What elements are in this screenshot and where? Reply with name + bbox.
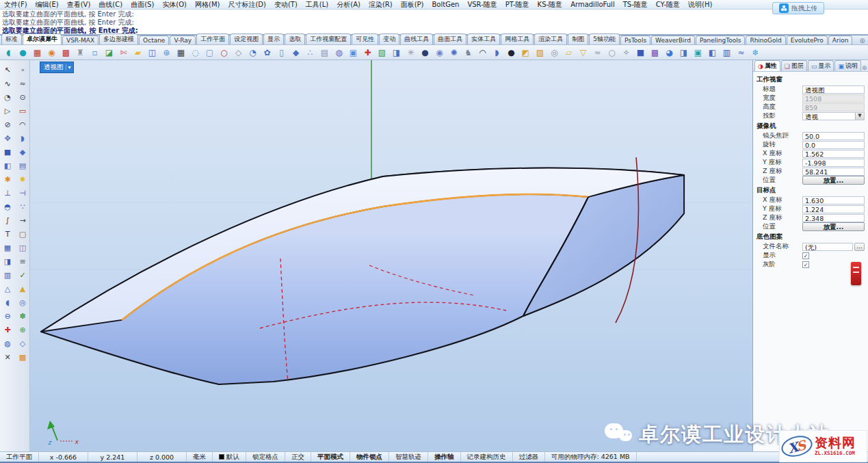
tool-icon[interactable]: ✽ <box>15 309 30 323</box>
toolbar-icon[interactable]: ◇ <box>232 47 245 59</box>
toolbar-icon[interactable]: ✳ <box>404 47 417 59</box>
toolbar-icon[interactable]: ≈ <box>591 47 604 59</box>
tool-icon[interactable]: ✚ <box>0 323 15 336</box>
toolbar-icon[interactable]: ✚ <box>361 47 374 59</box>
toolbar-tab[interactable]: 5轴功能 <box>589 34 620 44</box>
viewport-title-tab[interactable]: 透视图 ▾ <box>40 62 74 73</box>
toolbar-tab[interactable]: 卓尔谟犀牛 <box>23 34 62 44</box>
tool-icon[interactable]: → <box>15 213 30 227</box>
browse-button[interactable]: … <box>854 243 865 251</box>
tool-icon[interactable]: ▷ <box>0 104 15 118</box>
menu-item[interactable]: 尺寸标注(D) <box>224 0 270 10</box>
checkbox[interactable]: ✓ <box>802 261 809 268</box>
toolbar-icon[interactable]: ◆ <box>289 47 302 59</box>
tool-icon[interactable]: ◓ <box>0 200 15 213</box>
menu-item[interactable]: 网格(M) <box>191 0 224 10</box>
viewport-canvas[interactable]: z x <box>30 60 752 451</box>
toolbar-icon[interactable]: ◉ <box>433 47 446 59</box>
menu-item[interactable]: VSR-随意 <box>463 0 501 10</box>
toolbar-icon[interactable]: ◌ <box>189 47 202 59</box>
panel-tab-properties[interactable]: ◑属性 <box>754 60 780 71</box>
toolbar-tab[interactable]: 多边形建模 <box>99 34 138 44</box>
menu-item[interactable]: CY-随意 <box>652 0 684 10</box>
tool-icon[interactable]: ■ <box>0 145 15 159</box>
menu-item[interactable]: 分析(A) <box>332 0 365 10</box>
gear-icon[interactable]: ⊛ <box>860 37 865 44</box>
toolbar-icon[interactable]: ▰ <box>131 47 144 59</box>
statusbar-item[interactable]: 工作平面 <box>0 452 39 462</box>
tool-icon[interactable]: ▦ <box>0 241 15 254</box>
toolbar-icon[interactable]: ◨ <box>677 47 690 59</box>
property-input[interactable]: 1.562 <box>802 150 865 158</box>
tool-icon[interactable]: ✱ <box>0 172 15 186</box>
toolbar-icon[interactable]: ▫ <box>88 47 101 59</box>
menu-item[interactable]: 实体(O) <box>158 0 191 10</box>
toolbar-icon[interactable]: ○ <box>218 47 231 59</box>
tool-icon[interactable]: ⊙ <box>15 90 30 104</box>
checkbox[interactable]: ✓ <box>802 252 809 259</box>
toolbar-icon[interactable]: ◉ <box>45 47 58 59</box>
tool-icon[interactable]: ∫ <box>0 213 15 227</box>
tool-icon[interactable]: ◍ <box>0 336 15 350</box>
red-promo-sticker[interactable] <box>851 262 861 285</box>
statusbar-item[interactable]: x -0.666 <box>39 452 88 462</box>
toolbar-icon[interactable]: ▱ <box>562 47 575 59</box>
tool-icon[interactable]: ✸ <box>15 172 30 186</box>
statusbar-item[interactable]: z 0.000 <box>137 452 187 462</box>
toolbar-icon[interactable]: ▣ <box>347 47 360 59</box>
toolbar-tab[interactable]: EvolutePro <box>787 36 828 44</box>
toolbar-tab[interactable]: 实体工具 <box>467 34 500 44</box>
toolbar-icon[interactable]: ◨ <box>390 47 403 59</box>
property-dropdown[interactable]: 透视▼ <box>802 112 865 120</box>
toolbar-tab[interactable]: 曲面工具 <box>434 34 466 44</box>
toolbar-tab[interactable]: 工作平面 <box>196 34 229 44</box>
toolbar-icon[interactable]: ▢ <box>203 47 216 59</box>
property-input[interactable]: 2.348 <box>802 214 865 222</box>
toolbar-icon[interactable]: ≈ <box>735 47 748 59</box>
tool-icon[interactable]: ▥ <box>0 268 15 282</box>
toolbar-tab[interactable]: VSR-MAX <box>62 36 98 44</box>
toolbar-icon[interactable]: ✺ <box>447 47 460 59</box>
tool-icon[interactable]: ∵ <box>15 200 30 213</box>
tool-icon[interactable]: ◆ <box>15 145 30 159</box>
statusbar-item[interactable]: 锁定格点 <box>246 452 285 462</box>
statusbar-item[interactable]: 毫米 <box>187 452 213 462</box>
toolbar-icon[interactable]: ▽ <box>577 47 590 59</box>
toolbar-icon[interactable]: ✧ <box>620 47 633 59</box>
tool-icon[interactable]: ↖ <box>0 63 15 77</box>
toolbar-tab[interactable]: 设定视图 <box>230 34 263 44</box>
tool-icon[interactable]: ✥ <box>0 131 15 145</box>
menu-item[interactable]: 曲线(C) <box>94 0 127 10</box>
toolbar-tab[interactable]: RhinoGold <box>746 36 785 44</box>
menu-item[interactable]: 工具(L) <box>302 0 332 10</box>
property-input[interactable]: 1.224 <box>802 205 865 213</box>
toolbar-icon[interactable]: ▤ <box>318 47 331 59</box>
statusbar-item[interactable]: y 2.241 <box>88 452 137 462</box>
tool-icon[interactable]: ◠ <box>15 118 30 131</box>
tool-icon[interactable]: ✕ <box>0 350 15 364</box>
tool-icon[interactable]: ◔ <box>0 90 15 104</box>
tool-icon[interactable]: △ <box>0 282 15 295</box>
toolbar-icon[interactable]: ❄ <box>749 47 762 59</box>
perspective-viewport[interactable]: z x 透视图 ▾ <box>30 60 752 451</box>
menu-item[interactable]: 曲面(S) <box>127 0 158 10</box>
toolbar-icon[interactable]: ▯ <box>275 47 288 59</box>
menu-item[interactable]: BoltGen <box>428 1 464 8</box>
statusbar-item[interactable]: 操作轴 <box>428 452 461 462</box>
tool-icon[interactable]: ◇ <box>15 336 30 350</box>
toolbar-icon[interactable]: ▣ <box>692 47 705 59</box>
panel-gear-icon[interactable]: ⊛ <box>862 64 867 71</box>
toolbar-tab[interactable]: 选取 <box>285 34 305 44</box>
toolbar-tab[interactable]: 显示 <box>263 34 284 44</box>
place-button[interactable]: 放置... <box>802 222 865 231</box>
tool-icon[interactable]: ▤ <box>15 159 30 172</box>
tool-icon[interactable]: ▲ <box>15 282 30 295</box>
toolbar-icon[interactable]: ◎ <box>548 47 561 59</box>
upload-button[interactable]: 拖拽上传 <box>772 2 824 14</box>
toolbar-tab[interactable]: PsTools <box>620 36 650 44</box>
menu-item[interactable]: 面板(P) <box>397 0 428 10</box>
toolbar-icon[interactable]: ◠ <box>476 47 489 59</box>
tool-icon[interactable]: ▢ <box>15 227 30 241</box>
menu-item[interactable]: PT-随意 <box>501 0 534 10</box>
tool-icon[interactable]: ◨ <box>0 254 15 268</box>
